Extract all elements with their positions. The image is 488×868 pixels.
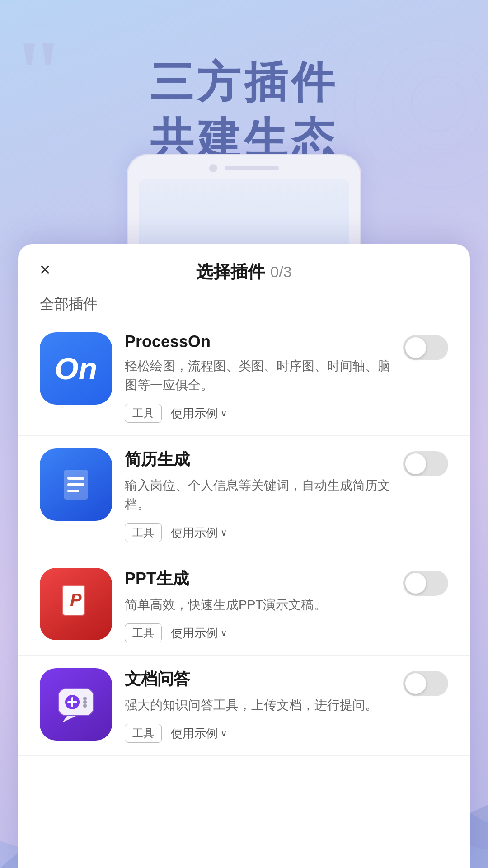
plugin-meta-resume: 工具 使用示例 ∨	[125, 523, 390, 542]
plugin-desc-processon: 轻松绘图，流程图、类图、时序图、时间轴、脑图等一应俱全。	[125, 357, 390, 395]
plugin-content-resume: 简历生成 输入岗位、个人信息等关键词，自动生成简历文档。 工具 使用示例 ∨	[125, 448, 390, 542]
plugin-list: On ProcessOn 轻松绘图，流程图、类图、时序图、时间轴、脑图等一应俱全…	[18, 320, 470, 868]
phone-bar	[225, 166, 279, 170]
toggle-knob-processon	[405, 337, 426, 358]
plugin-desc-ppt: 简单高效，快速生成PPT演示文稿。	[125, 595, 390, 614]
svg-rect-13	[67, 483, 84, 486]
plugin-example-docqa[interactable]: 使用示例 ∨	[171, 726, 227, 741]
toggle-knob-docqa	[405, 673, 426, 694]
plugin-example-ppt[interactable]: 使用示例 ∨	[171, 625, 227, 641]
phone-camera	[209, 164, 217, 172]
hero-section: 三方插件 共建生态	[0, 54, 488, 167]
processon-icon-text: On	[55, 351, 97, 386]
toggle-wrapper-processon[interactable]	[403, 332, 448, 360]
plugin-desc-docqa: 强大的知识问答工具，上传文档，进行提问。	[125, 696, 390, 715]
chevron-icon: ∨	[221, 527, 227, 538]
resume-svg-icon	[56, 464, 96, 505]
plugin-tag-ppt: 工具	[125, 623, 162, 642]
svg-point-24	[83, 700, 87, 704]
svg-rect-12	[67, 477, 84, 480]
plugin-meta-docqa: 工具 使用示例 ∨	[125, 724, 390, 743]
plugin-icon-processon: On	[40, 332, 112, 405]
docqa-svg-icon	[53, 682, 99, 727]
svg-point-25	[83, 704, 87, 708]
toggle-wrapper-docqa[interactable]	[403, 668, 448, 696]
plugin-meta-ppt: 工具 使用示例 ∨	[125, 623, 390, 642]
toggle-wrapper-ppt[interactable]	[403, 568, 448, 596]
plugin-example-processon[interactable]: 使用示例 ∨	[171, 406, 227, 421]
chevron-icon: ∨	[221, 728, 227, 739]
toggle-knob-ppt	[405, 573, 426, 594]
plugin-tag-processon: 工具	[125, 404, 162, 423]
toggle-knob-resume	[405, 453, 426, 474]
toggle-resume[interactable]	[403, 451, 448, 476]
section-label: 全部插件	[18, 283, 470, 320]
svg-point-23	[83, 697, 87, 700]
plugin-icon-ppt: P	[40, 568, 112, 640]
toggle-processon[interactable]	[403, 335, 448, 360]
sheet-count: 0/3	[270, 263, 291, 281]
plugin-name-processon: ProcessOn	[125, 332, 390, 351]
svg-rect-22	[67, 701, 77, 703]
chevron-icon: ∨	[221, 627, 227, 638]
plugin-desc-resume: 输入岗位、个人信息等关键词，自动生成简历文档。	[125, 476, 390, 514]
svg-text:P: P	[70, 590, 82, 609]
hero-title-line1: 三方插件	[0, 54, 488, 111]
plugin-name-docqa: 文档问答	[125, 668, 390, 690]
plugin-selection-sheet: × 选择插件 0/3 全部插件 On ProcessOn 轻松绘图，流程图、类图…	[18, 244, 470, 868]
svg-rect-14	[67, 490, 79, 492]
plugin-tag-docqa: 工具	[125, 724, 162, 743]
toggle-ppt[interactable]	[403, 571, 448, 596]
toggle-wrapper-resume[interactable]	[403, 448, 448, 476]
plugin-item-processon: On ProcessOn 轻松绘图，流程图、类图、时序图、时间轴、脑图等一应俱全…	[18, 320, 470, 436]
plugin-content-processon: ProcessOn 轻松绘图，流程图、类图、时序图、时间轴、脑图等一应俱全。 工…	[125, 332, 390, 423]
close-button[interactable]: ×	[40, 260, 50, 278]
plugin-icon-docqa	[40, 668, 112, 741]
phone-notch	[128, 155, 360, 172]
plugin-example-resume[interactable]: 使用示例 ∨	[171, 525, 227, 541]
plugin-item-docqa: 文档问答 强大的知识问答工具，上传文档，进行提问。 工具 使用示例 ∨	[18, 656, 470, 756]
sheet-title: 选择插件	[196, 260, 265, 283]
sheet-header: × 选择插件 0/3	[18, 244, 470, 283]
plugin-tag-resume: 工具	[125, 523, 162, 542]
plugin-meta-processon: 工具 使用示例 ∨	[125, 404, 390, 423]
plugin-item-resume: 简历生成 输入岗位、个人信息等关键词，自动生成简历文档。 工具 使用示例 ∨	[18, 436, 470, 555]
plugin-icon-resume	[40, 448, 112, 521]
ppt-svg-icon: P	[56, 581, 96, 627]
chevron-icon: ∨	[221, 408, 227, 419]
svg-marker-26	[62, 716, 76, 722]
plugin-name-resume: 简历生成	[125, 448, 390, 471]
plugin-name-ppt: PPT生成	[125, 568, 390, 590]
toggle-docqa[interactable]	[403, 671, 448, 696]
plugin-item-ppt: P PPT生成 简单高效，快速生成PPT演示文稿。 工具 使用示例 ∨	[18, 555, 470, 656]
plugin-content-ppt: PPT生成 简单高效，快速生成PPT演示文稿。 工具 使用示例 ∨	[125, 568, 390, 642]
plugin-content-docqa: 文档问答 强大的知识问答工具，上传文档，进行提问。 工具 使用示例 ∨	[125, 668, 390, 743]
